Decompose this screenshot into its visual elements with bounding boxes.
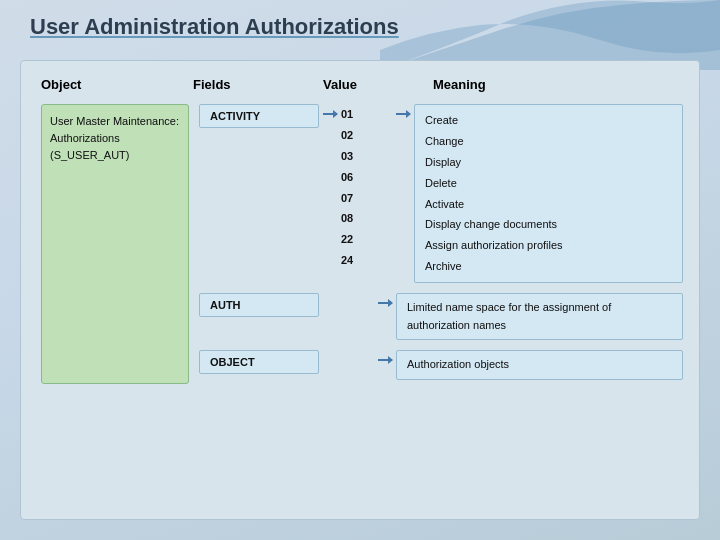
col-header-meaning: Meaning [433,77,486,92]
field-object: OBJECT [199,350,319,374]
col-header-fields: Fields [193,77,323,92]
values-activity: 0102030607082224 [341,104,396,271]
object-cell: User Master Maintenance: Authorizations … [41,104,189,384]
row-auth: AUTH Limited name space for the assignme… [199,293,683,340]
page-background: User Administration Authorizations Objec… [0,0,720,540]
field-auth: AUTH [199,293,319,317]
meaning-object: Authorization objects [396,350,683,380]
main-card: Object Fields Value Meaning User Master … [20,60,700,520]
row-object: OBJECT Authorization objects [199,350,683,380]
arrow-object [378,350,392,361]
arrow-activity [323,104,337,115]
field-activity: ACTIVITY [199,104,319,128]
meanings-activity: CreateChangeDisplayDeleteActivateDisplay… [414,104,683,283]
row-activity: ACTIVITY 0102030607082224 [199,104,683,283]
arrow-auth [378,293,392,304]
col-header-value: Value [323,77,433,92]
meaning-auth: Limited name space for the assignment of… [396,293,683,340]
page-title: User Administration Authorizations [30,14,399,40]
col-header-object: Object [41,77,193,92]
arrow-activity-2 [396,104,410,115]
object-label: User Master Maintenance: Authorizations … [50,115,179,161]
